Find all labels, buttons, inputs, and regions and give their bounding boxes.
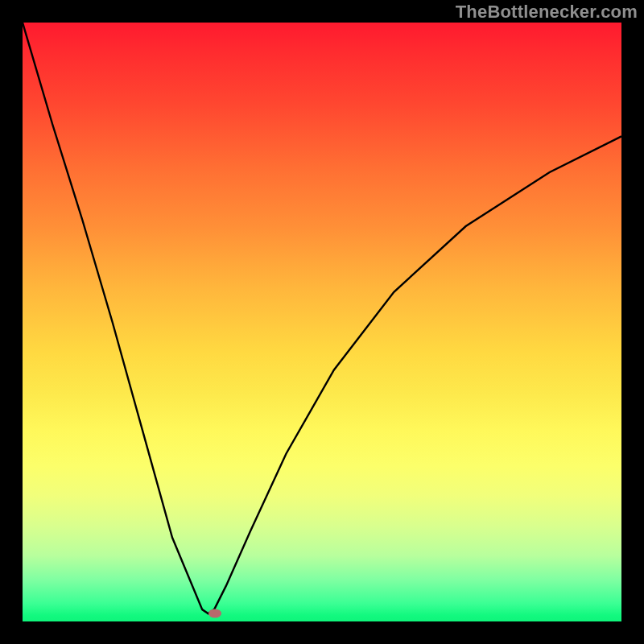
- chart-frame: TheBottlenecker.com: [0, 0, 644, 644]
- plot-area: [23, 23, 621, 621]
- watermark-text: TheBottlenecker.com: [456, 2, 638, 23]
- bottleneck-curve: [23, 23, 621, 621]
- optimal-point-marker: [208, 609, 221, 618]
